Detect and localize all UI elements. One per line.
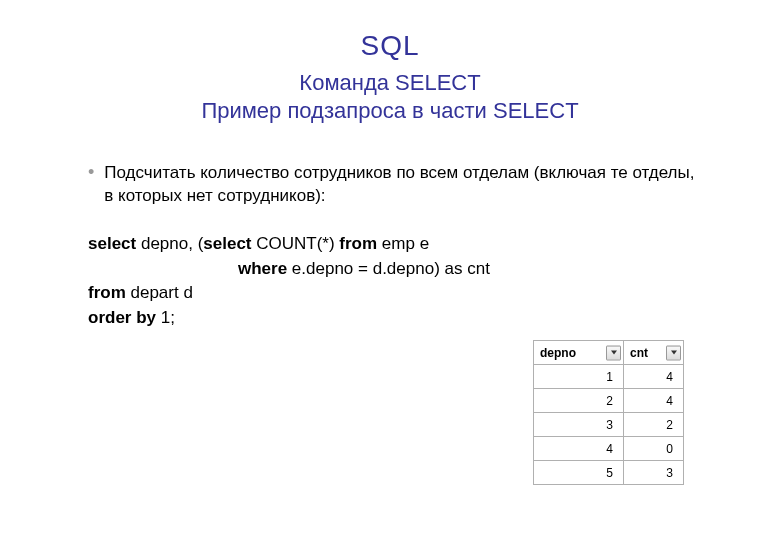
- cell-cnt: 3: [624, 461, 684, 485]
- subtitle-line-1: Команда SELECT: [0, 70, 780, 96]
- cell-depno: 3: [534, 413, 624, 437]
- code-text: depno, (: [136, 234, 203, 253]
- keyword-where: where: [238, 259, 287, 278]
- sql-code-block: select depno, (select COUNT(*) from emp …: [88, 232, 700, 331]
- code-line-1: select depno, (select COUNT(*) from emp …: [88, 232, 700, 257]
- code-line-3: from depart d: [88, 281, 700, 306]
- code-line-4: order by 1;: [88, 306, 700, 331]
- table-row: 2 4: [534, 389, 684, 413]
- code-text: depart d: [126, 283, 193, 302]
- code-line-2: where e.depno = d.depno) as cnt: [238, 257, 700, 282]
- code-text: emp e: [377, 234, 429, 253]
- table-row: 5 3: [534, 461, 684, 485]
- result-table: depno cnt 1 4 2 4 3 2: [533, 340, 684, 485]
- cell-depno: 4: [534, 437, 624, 461]
- chevron-down-icon[interactable]: [606, 345, 621, 360]
- table-row: 1 4: [534, 365, 684, 389]
- content-area: • Подсчитать количество сотрудников по в…: [0, 162, 780, 330]
- table-row: 4 0: [534, 437, 684, 461]
- table-row: 3 2: [534, 413, 684, 437]
- keyword-select: select: [88, 234, 136, 253]
- cell-depno: 5: [534, 461, 624, 485]
- cell-cnt: 4: [624, 365, 684, 389]
- keyword-from: from: [88, 283, 126, 302]
- column-label: cnt: [630, 346, 648, 360]
- cell-depno: 2: [534, 389, 624, 413]
- bullet-dot-icon: •: [88, 162, 94, 184]
- cell-cnt: 0: [624, 437, 684, 461]
- chevron-down-icon[interactable]: [666, 345, 681, 360]
- keyword-from: from: [339, 234, 377, 253]
- cell-cnt: 2: [624, 413, 684, 437]
- code-text: e.depno = d.depno) as cnt: [287, 259, 490, 278]
- result-table-container: depno cnt 1 4 2 4 3 2: [533, 340, 684, 485]
- column-header-cnt[interactable]: cnt: [624, 341, 684, 365]
- subtitle-line-2: Пример подзапроса в части SELECT: [0, 98, 780, 124]
- keyword-select: select: [203, 234, 251, 253]
- cell-depno: 1: [534, 365, 624, 389]
- column-label: depno: [540, 346, 576, 360]
- keyword-order-by: order by: [88, 308, 156, 327]
- page-title: SQL: [0, 30, 780, 62]
- code-text: 1;: [156, 308, 175, 327]
- code-text: COUNT(*): [252, 234, 340, 253]
- cell-cnt: 4: [624, 389, 684, 413]
- column-header-depno[interactable]: depno: [534, 341, 624, 365]
- table-header-row: depno cnt: [534, 341, 684, 365]
- bullet-text: Подсчитать количество сотрудников по все…: [104, 162, 700, 208]
- bullet-item: • Подсчитать количество сотрудников по в…: [80, 162, 700, 208]
